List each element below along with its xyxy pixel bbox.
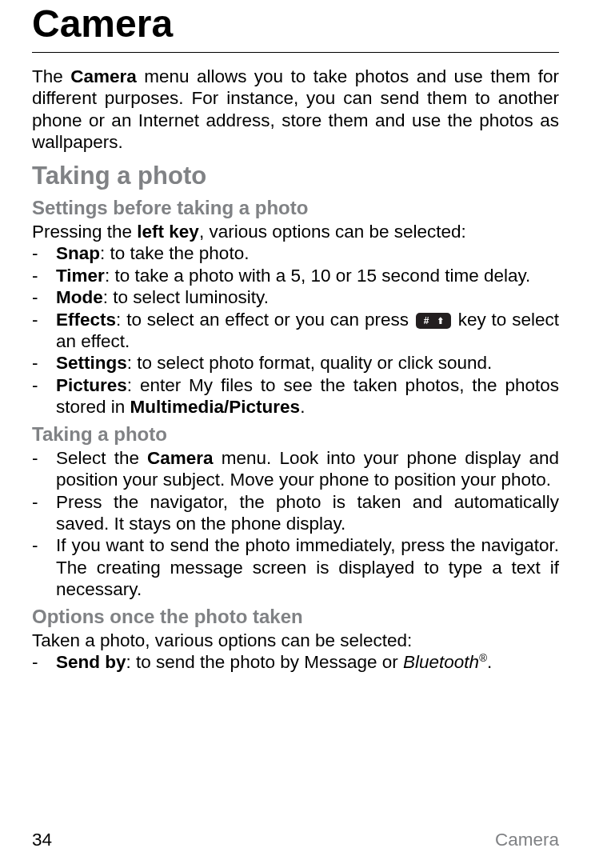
- hash-key-icon: [416, 313, 451, 329]
- bullet-dash: -: [32, 265, 56, 286]
- page-number: 34: [32, 830, 52, 850]
- bluetooth-italic: Bluetooth®: [403, 652, 487, 672]
- text: .: [300, 397, 305, 417]
- list-content: If you want to send the photo immediatel…: [56, 534, 559, 600]
- text: Pressing the: [32, 222, 137, 242]
- list-item: - Settings: to select photo format, qual…: [32, 352, 559, 374]
- page-title: Camera: [32, 0, 559, 52]
- text: .: [487, 652, 492, 672]
- registered-mark: ®: [479, 652, 487, 664]
- list-item: - Snap: to take the photo.: [32, 242, 559, 264]
- text: : to send the photo by Message or: [126, 652, 403, 672]
- list-content: Select the Camera menu. Look into your p…: [56, 447, 559, 491]
- list-content: Pictures: enter My files to see the take…: [56, 374, 559, 418]
- taking-steps-list: - Select the Camera menu. Look into your…: [32, 447, 559, 601]
- effects-label: Effects: [56, 310, 116, 330]
- list-content: Settings: to select photo format, qualit…: [56, 352, 559, 374]
- bullet-dash: -: [32, 374, 56, 418]
- text: Select the: [56, 448, 147, 468]
- options-list: - Send by: to send the photo by Message …: [32, 651, 559, 673]
- page-footer: 34 Camera: [32, 830, 559, 850]
- list-item: - Timer: to take a photo with a 5, 10 or…: [32, 265, 559, 286]
- subsection-taking-a-photo: Taking a photo: [32, 423, 559, 446]
- list-item: - Effects: to select an effect or you ca…: [32, 309, 559, 353]
- bullet-dash: -: [32, 651, 56, 673]
- options-intro: Taken a photo, various options can be se…: [32, 630, 559, 651]
- list-content: Snap: to take the photo.: [56, 242, 559, 264]
- send-by-label: Send by: [56, 652, 126, 672]
- settings-intro: Pressing the left key, various options c…: [32, 221, 559, 242]
- list-content: Effects: to select an effect or you can …: [56, 309, 559, 353]
- title-divider: [32, 52, 559, 53]
- list-content: Press the navigator, the photo is taken …: [56, 491, 559, 535]
- list-item: - Select the Camera menu. Look into your…: [32, 447, 559, 491]
- intro-paragraph: The Camera menu allows you to take photo…: [32, 66, 559, 154]
- bullet-dash: -: [32, 447, 56, 491]
- left-key-bold: left key: [137, 222, 199, 242]
- bullet-dash: -: [32, 309, 56, 353]
- camera-bold: Camera: [147, 448, 214, 468]
- text: , various options can be selected:: [199, 222, 466, 242]
- bullet-dash: -: [32, 242, 56, 264]
- pictures-label: Pictures: [56, 375, 127, 395]
- list-item: - Send by: to send the photo by Message …: [32, 651, 559, 673]
- text: : to select luminosity.: [103, 287, 269, 307]
- text: : to take the photo.: [100, 243, 249, 263]
- section-taking-a-photo: Taking a photo: [32, 162, 559, 190]
- text: : to take a photo with a 5, 10 or 15 sec…: [105, 266, 530, 286]
- bullet-dash: -: [32, 534, 56, 600]
- bullet-dash: -: [32, 286, 56, 308]
- footer-section-name: Camera: [495, 830, 559, 850]
- subsection-settings-before: Settings before taking a photo: [32, 197, 559, 219]
- subsection-options-once-taken: Options once the photo taken: [32, 606, 559, 628]
- list-content: Mode: to select luminosity.: [56, 286, 559, 308]
- list-item: - Mode: to select luminosity.: [32, 286, 559, 308]
- multimedia-pictures-bold: Multimedia/Pictures: [130, 397, 301, 417]
- list-item: - Press the navigator, the photo is take…: [32, 491, 559, 535]
- list-item: - If you want to send the photo immediat…: [32, 534, 559, 600]
- text: : to select an effect or you can press: [116, 310, 414, 330]
- bullet-dash: -: [32, 491, 56, 535]
- bullet-dash: -: [32, 352, 56, 374]
- list-content: Timer: to take a photo with a 5, 10 or 1…: [56, 265, 559, 286]
- text: The: [32, 66, 70, 86]
- settings-label: Settings: [56, 353, 127, 373]
- snap-label: Snap: [56, 243, 100, 263]
- list-item: - Pictures: enter My files to see the ta…: [32, 374, 559, 418]
- timer-label: Timer: [56, 266, 105, 286]
- settings-options-list: - Snap: to take the photo. - Timer: to t…: [32, 242, 559, 418]
- text: : to select photo format, quality or cli…: [127, 353, 492, 373]
- list-content: Send by: to send the photo by Message or…: [56, 651, 559, 673]
- mode-label: Mode: [56, 287, 103, 307]
- camera-bold: Camera: [70, 66, 137, 86]
